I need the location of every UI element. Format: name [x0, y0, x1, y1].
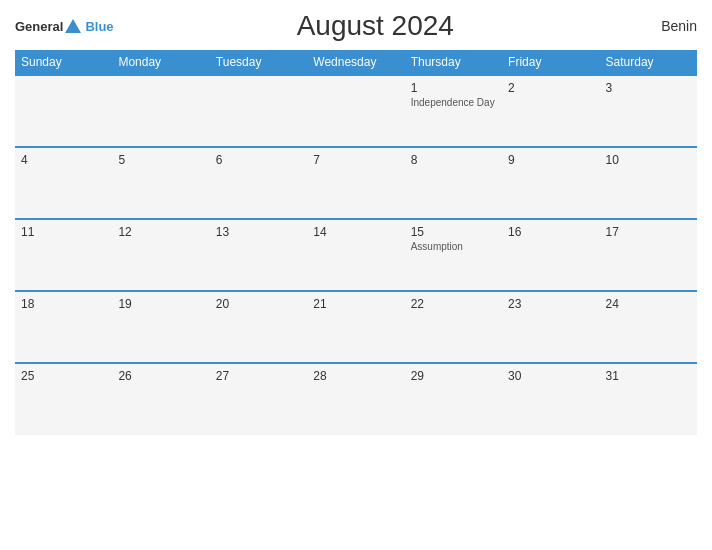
cell-w4-d0: 25 [15, 363, 112, 435]
day-num-16: 16 [508, 225, 593, 239]
logo-triangle-icon [65, 19, 81, 33]
week-row-2: 1112131415Assumption1617 [15, 219, 697, 291]
cell-w0-d1 [112, 75, 209, 147]
day-num-11: 11 [21, 225, 106, 239]
day-num-27: 27 [216, 369, 301, 383]
logo-blue-text: Blue [85, 19, 113, 34]
cell-w3-d4: 22 [405, 291, 502, 363]
cell-w4-d3: 28 [307, 363, 404, 435]
logo: General Blue [15, 19, 114, 34]
cell-w0-d4: 1Independence Day [405, 75, 502, 147]
header-thursday: Thursday [405, 50, 502, 75]
day-num-21: 21 [313, 297, 398, 311]
holiday-label: Independence Day [411, 97, 496, 108]
day-num-17: 17 [606, 225, 691, 239]
cell-w4-d2: 27 [210, 363, 307, 435]
day-num-4: 4 [21, 153, 106, 167]
day-num-26: 26 [118, 369, 203, 383]
day-num-2: 2 [508, 81, 593, 95]
day-num-5: 5 [118, 153, 203, 167]
cell-w2-d3: 14 [307, 219, 404, 291]
cell-w2-d5: 16 [502, 219, 599, 291]
cell-w3-d1: 19 [112, 291, 209, 363]
day-num-3: 3 [606, 81, 691, 95]
cell-w2-d1: 12 [112, 219, 209, 291]
country-label: Benin [637, 18, 697, 34]
cell-w1-d2: 6 [210, 147, 307, 219]
cell-w1-d1: 5 [112, 147, 209, 219]
cell-w1-d0: 4 [15, 147, 112, 219]
day-num-24: 24 [606, 297, 691, 311]
day-num-14: 14 [313, 225, 398, 239]
day-num-6: 6 [216, 153, 301, 167]
day-num-10: 10 [606, 153, 691, 167]
day-num-15: 15 [411, 225, 496, 239]
cell-w0-d2 [210, 75, 307, 147]
cell-w4-d4: 29 [405, 363, 502, 435]
day-num-25: 25 [21, 369, 106, 383]
calendar-table: Sunday Monday Tuesday Wednesday Thursday… [15, 50, 697, 435]
cell-w2-d6: 17 [600, 219, 697, 291]
week-row-4: 25262728293031 [15, 363, 697, 435]
cell-w2-d0: 11 [15, 219, 112, 291]
cell-w0-d6: 3 [600, 75, 697, 147]
cell-w1-d4: 8 [405, 147, 502, 219]
week-row-0: 1Independence Day23 [15, 75, 697, 147]
week-row-3: 18192021222324 [15, 291, 697, 363]
day-num-23: 23 [508, 297, 593, 311]
cell-w4-d1: 26 [112, 363, 209, 435]
cell-w0-d3 [307, 75, 404, 147]
calendar-title: August 2024 [114, 10, 637, 42]
day-num-19: 19 [118, 297, 203, 311]
day-num-29: 29 [411, 369, 496, 383]
day-num-31: 31 [606, 369, 691, 383]
header: General Blue August 2024 Benin [15, 10, 697, 42]
day-num-8: 8 [411, 153, 496, 167]
day-num-18: 18 [21, 297, 106, 311]
cell-w2-d4: 15Assumption [405, 219, 502, 291]
day-num-12: 12 [118, 225, 203, 239]
cell-w4-d6: 31 [600, 363, 697, 435]
header-tuesday: Tuesday [210, 50, 307, 75]
cell-w1-d3: 7 [307, 147, 404, 219]
day-num-30: 30 [508, 369, 593, 383]
day-num-1: 1 [411, 81, 496, 95]
day-num-9: 9 [508, 153, 593, 167]
header-friday: Friday [502, 50, 599, 75]
cell-w3-d6: 24 [600, 291, 697, 363]
week-row-1: 45678910 [15, 147, 697, 219]
day-num-22: 22 [411, 297, 496, 311]
header-monday: Monday [112, 50, 209, 75]
cell-w2-d2: 13 [210, 219, 307, 291]
cell-w0-d0 [15, 75, 112, 147]
cell-w3-d0: 18 [15, 291, 112, 363]
cell-w3-d3: 21 [307, 291, 404, 363]
day-num-7: 7 [313, 153, 398, 167]
header-sunday: Sunday [15, 50, 112, 75]
day-num-13: 13 [216, 225, 301, 239]
cell-w4-d5: 30 [502, 363, 599, 435]
cell-w3-d2: 20 [210, 291, 307, 363]
page: General Blue August 2024 Benin Sunday Mo… [0, 0, 712, 550]
cell-w1-d5: 9 [502, 147, 599, 219]
day-num-28: 28 [313, 369, 398, 383]
weekday-header-row: Sunday Monday Tuesday Wednesday Thursday… [15, 50, 697, 75]
header-saturday: Saturday [600, 50, 697, 75]
logo-general-text: General [15, 19, 63, 34]
header-wednesday: Wednesday [307, 50, 404, 75]
day-num-20: 20 [216, 297, 301, 311]
cell-w1-d6: 10 [600, 147, 697, 219]
holiday-label: Assumption [411, 241, 496, 252]
cell-w3-d5: 23 [502, 291, 599, 363]
cell-w0-d5: 2 [502, 75, 599, 147]
